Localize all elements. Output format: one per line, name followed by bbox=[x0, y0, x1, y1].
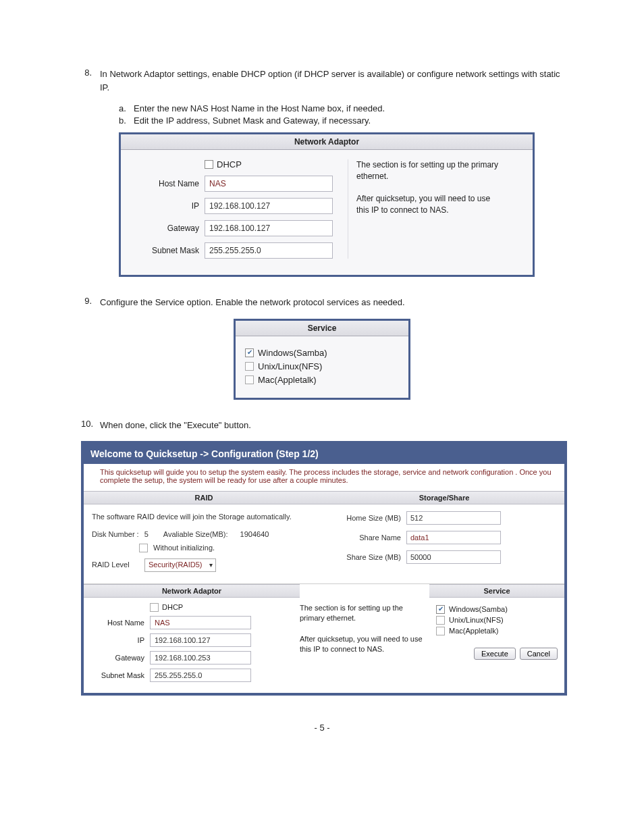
raid-level-value: Security(RAID5) bbox=[149, 559, 202, 571]
available-size-value: 1904640 bbox=[240, 529, 269, 541]
gateway-label: Gateway bbox=[130, 224, 205, 233]
ip-mini-label: IP bbox=[90, 636, 150, 644]
storage-header: Storage/Share bbox=[324, 491, 564, 504]
windows-samba-label: Windows(Samba) bbox=[258, 348, 327, 358]
dhcp-mini-label: DHCP bbox=[162, 603, 183, 611]
dhcp-checkbox[interactable] bbox=[205, 160, 213, 169]
home-size-input[interactable] bbox=[406, 511, 501, 525]
gateway-mini-label: Gateway bbox=[90, 654, 150, 662]
unix-nfs-mini-checkbox[interactable] bbox=[436, 616, 445, 625]
substep-b-text: Edit the IP address, Subnet Mask and Gat… bbox=[134, 115, 371, 126]
execute-button[interactable]: Execute bbox=[474, 648, 516, 660]
cancel-button[interactable]: Cancel bbox=[520, 648, 558, 660]
step-number: 10. bbox=[81, 419, 100, 429]
mac-appletalk-label: Mac(Appletalk) bbox=[258, 375, 317, 385]
windows-samba-checkbox[interactable] bbox=[245, 348, 254, 357]
windows-samba-mini-label: Windows(Samba) bbox=[449, 605, 508, 613]
raid-header: RAID bbox=[84, 491, 324, 504]
network-adaptor-panel: Network Adaptor DHCP Host Name IP Gatewa… bbox=[119, 132, 535, 277]
disk-number-label: Disk Number : bbox=[92, 529, 139, 541]
host-name-label: Host Name bbox=[130, 179, 205, 188]
share-size-input[interactable] bbox=[406, 550, 501, 564]
step-10-text: When done, click the "Execute" button. bbox=[100, 419, 563, 432]
gateway-mini-input[interactable] bbox=[150, 651, 251, 664]
raid-intro: The software RAID device will join the S… bbox=[92, 511, 316, 523]
substep-a-text: Enter the new NAS Host Name in the Host … bbox=[134, 103, 385, 113]
raid-level-label: RAID Level bbox=[92, 559, 139, 571]
unix-nfs-mini-label: Unix/Linux(NFS) bbox=[449, 616, 504, 624]
mac-appletalk-checkbox[interactable] bbox=[245, 375, 254, 384]
info-text-2: After quicksetup, you will need to use t… bbox=[356, 193, 503, 216]
dhcp-mini-checkbox[interactable] bbox=[150, 603, 159, 612]
unix-nfs-checkbox[interactable] bbox=[245, 362, 254, 371]
share-name-input[interactable] bbox=[406, 531, 501, 544]
home-size-label: Home Size (MB) bbox=[332, 514, 406, 522]
na-mini-header: Network Adaptor bbox=[84, 584, 300, 598]
dhcp-label: DHCP bbox=[217, 159, 242, 170]
quicksetup-description: This quicksetup will guide you to setup … bbox=[84, 464, 564, 491]
ip-label: IP bbox=[130, 201, 205, 211]
ip-mini-input[interactable] bbox=[150, 633, 251, 647]
mac-appletalk-mini-label: Mac(Appletalk) bbox=[449, 627, 498, 635]
step-9-text: Configure the Service option. Enable the… bbox=[100, 296, 563, 309]
host-name-mini-label: Host Name bbox=[90, 619, 150, 627]
na-info-2: After quicksetup, you will need to use t… bbox=[300, 634, 423, 655]
subnet-input[interactable] bbox=[205, 242, 333, 259]
step-8-text: In Network Adaptor settings, enable DHCP… bbox=[100, 68, 563, 94]
share-size-label: Share Size (MB) bbox=[332, 553, 406, 561]
unix-nfs-label: Unix/Linux(NFS) bbox=[258, 361, 322, 371]
available-size-label: Avaliable Size(MB): bbox=[163, 529, 228, 541]
panel-title: Service bbox=[236, 321, 408, 336]
host-name-input[interactable] bbox=[205, 176, 333, 192]
service-panel: Service Windows(Samba) Unix/Linux(NFS) M… bbox=[234, 319, 410, 400]
step-number: 9. bbox=[81, 296, 100, 306]
ip-input[interactable] bbox=[205, 198, 333, 214]
quicksetup-panel: Welcome to Quicksetup -> Configuration (… bbox=[81, 441, 567, 696]
mac-appletalk-mini-checkbox[interactable] bbox=[436, 627, 445, 635]
subnet-mini-input[interactable] bbox=[150, 669, 251, 682]
host-name-mini-input[interactable] bbox=[150, 616, 251, 629]
info-text-1: The section is for setting up the primar… bbox=[356, 159, 503, 182]
subnet-label: Subnet Mask bbox=[130, 246, 205, 255]
subnet-mini-label: Subnet Mask bbox=[90, 671, 150, 679]
without-init-checkbox[interactable] bbox=[139, 544, 148, 552]
substep-letter: b. bbox=[119, 115, 134, 126]
gateway-input[interactable] bbox=[205, 220, 333, 236]
raid-level-select[interactable]: Security(RAID5) bbox=[144, 558, 216, 572]
without-init-label: Without initializing. bbox=[153, 542, 215, 554]
substep-letter: a. bbox=[119, 103, 134, 113]
quicksetup-title: Welcome to Quicksetup -> Configuration (… bbox=[84, 444, 564, 464]
page-number: - 5 - bbox=[81, 723, 563, 733]
panel-title: Network Adaptor bbox=[121, 134, 533, 150]
windows-samba-mini-checkbox[interactable] bbox=[436, 605, 445, 614]
share-name-label: Share Name bbox=[332, 533, 406, 542]
na-info-1: The section is for setting up the primar… bbox=[300, 603, 423, 624]
step-number: 8. bbox=[81, 68, 100, 78]
service-mini-header: Service bbox=[429, 584, 564, 598]
disk-number-value: 5 bbox=[144, 529, 149, 541]
